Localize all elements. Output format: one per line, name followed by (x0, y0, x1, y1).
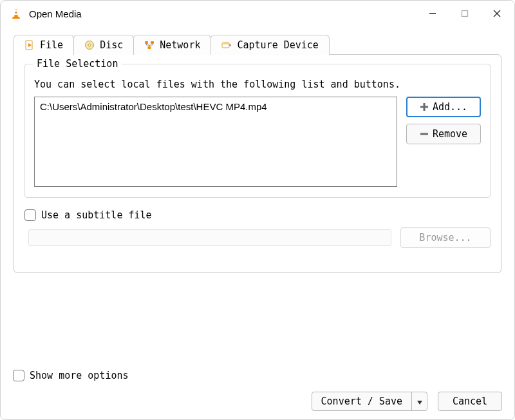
vlc-cone-icon (10, 7, 23, 20)
convert-save-button[interactable]: Convert / Save (312, 392, 427, 411)
subtitle-label: Use a subtitle file (41, 209, 152, 221)
bottom-bar: Show more options Convert / Save Cancel (13, 370, 502, 411)
more-options-row: Show more options (13, 370, 502, 381)
minimize-button[interactable] (418, 3, 447, 24)
tab-panel-file: File Selection You can select local file… (14, 54, 501, 273)
svg-rect-0 (15, 10, 17, 12)
svg-rect-3 (462, 11, 468, 17)
content-area: File Disc Network Capture Devi (1, 26, 514, 273)
convert-save-dropdown[interactable] (411, 392, 427, 410)
cancel-button[interactable]: Cancel (438, 392, 502, 411)
browse-button: Browse... (400, 227, 491, 248)
tab-network[interactable]: Network (133, 35, 211, 55)
network-icon (144, 40, 154, 50)
file-buttons: Add... Remove (406, 97, 481, 187)
svg-rect-14 (222, 43, 229, 44)
subtitle-path-row: Browse... (24, 227, 491, 248)
plus-icon (420, 102, 429, 111)
subtitle-checkbox[interactable] (24, 209, 36, 221)
svg-rect-12 (148, 46, 151, 49)
add-button-label: Add... (433, 101, 467, 113)
window-controls (418, 3, 512, 24)
subtitle-path-input (28, 229, 391, 246)
svg-point-15 (230, 44, 232, 46)
subtitle-row: Use a subtitle file (24, 209, 491, 221)
convert-save-main[interactable]: Convert / Save (312, 392, 411, 410)
tab-capture[interactable]: Capture Device (211, 35, 329, 55)
remove-button-label: Remove (433, 128, 467, 140)
add-button[interactable]: Add... (406, 97, 481, 117)
tab-strip: File Disc Network Capture Devi (14, 35, 501, 55)
tab-network-label: Network (160, 39, 200, 51)
svg-point-9 (88, 44, 91, 46)
tab-file[interactable]: File (14, 35, 74, 55)
tab-file-label: File (40, 39, 63, 51)
action-row: Convert / Save Cancel (13, 392, 502, 411)
minus-icon (420, 129, 429, 138)
file-selection-legend: File Selection (33, 58, 122, 70)
file-icon (24, 40, 35, 50)
file-selection-description: You can select local files with the foll… (34, 79, 481, 90)
remove-button[interactable]: Remove (406, 124, 481, 144)
browse-button-label: Browse... (419, 232, 471, 243)
more-options-checkbox[interactable] (13, 370, 24, 381)
tab-capture-label: Capture Device (237, 39, 318, 51)
convert-save-label: Convert / Save (321, 396, 402, 407)
window-title: Open Media (29, 8, 418, 19)
cancel-button-label: Cancel (453, 396, 487, 407)
svg-marker-19 (417, 401, 422, 405)
file-selection-group: File Selection You can select local file… (24, 64, 491, 198)
list-item[interactable]: C:\Users\Administrator\Desktop\test\HEVC… (40, 101, 391, 112)
titlebar: Open Media (1, 1, 514, 26)
capture-device-icon (221, 40, 232, 50)
file-list[interactable]: C:\Users\Administrator\Desktop\test\HEVC… (34, 97, 397, 187)
chevron-down-icon (417, 396, 422, 407)
svg-rect-11 (151, 41, 154, 44)
svg-rect-10 (145, 41, 148, 44)
tab-disc[interactable]: Disc (73, 35, 134, 55)
more-options-label: Show more options (30, 370, 129, 381)
svg-rect-1 (15, 14, 18, 15)
maximize-button[interactable] (450, 3, 480, 24)
disc-icon (84, 40, 95, 50)
close-button[interactable] (482, 3, 512, 24)
tab-disc-label: Disc (100, 39, 123, 51)
